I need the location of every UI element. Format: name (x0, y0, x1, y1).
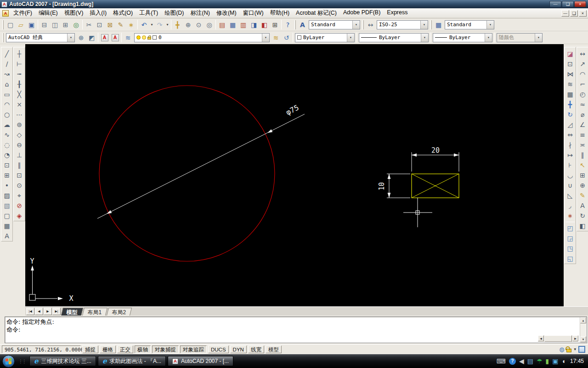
scrollbar-thumb[interactable] (544, 335, 572, 342)
chamfer-button[interactable]: ◺ (565, 190, 575, 201)
mirror-button[interactable]: ⋈ (565, 69, 575, 79)
restore-button[interactable]: ❑ (562, 1, 574, 7)
combo-dropdown-icon[interactable]: ▾ (352, 21, 360, 29)
dim-style-combo[interactable]: ISO-25 ▾ (377, 20, 428, 29)
menu-item-3[interactable]: 视图(V) (61, 8, 87, 18)
multiline-text-button[interactable]: A (2, 231, 12, 241)
paste-button[interactable]: ⊠ (105, 19, 115, 30)
dim-style-button[interactable]: ↔ (365, 19, 376, 30)
mdi-minimize-button[interactable]: — (561, 10, 569, 17)
quickcalc-button[interactable]: ⊞ (270, 19, 280, 30)
tray-keyboard-icon[interactable]: ⌨ (497, 358, 506, 364)
stretch-button[interactable]: ⇔ (565, 130, 575, 140)
communication-center-icon[interactable]: ◍ (559, 346, 564, 352)
snap-to-nearest-button[interactable]: ⌖ (14, 190, 24, 201)
menu-item-9[interactable]: 修改(M) (213, 8, 240, 18)
trim-button[interactable]: ∤ (565, 140, 575, 150)
layer-on-icon[interactable] (136, 35, 141, 40)
snap-to-perpendicular-button[interactable]: ⊥ (14, 150, 24, 160)
menu-item-6[interactable]: 工具(T) (136, 8, 161, 18)
coordinate-display[interactable]: 905.5461, 716.2156, 0.0000 (2, 345, 81, 353)
text-style-combo[interactable]: Standard ▾ (309, 20, 360, 29)
snap-to-insert-button[interactable]: ⊡ (14, 170, 24, 180)
combo-dropdown-icon[interactable]: ▾ (67, 34, 74, 42)
taskbar-task-1[interactable]: e三维网技术论坛 三... (29, 356, 96, 366)
toolbar-grip[interactable] (430, 20, 432, 29)
ellipse-button[interactable]: ◌ (2, 140, 12, 150)
arc-length-dimension-button[interactable]: ◠ (577, 69, 588, 79)
radius-dimension-button[interactable]: ◴ (577, 89, 588, 99)
layer-freeze-icon[interactable] (142, 35, 146, 40)
mdi-close-button[interactable]: × (579, 10, 587, 17)
close-button[interactable]: × (574, 1, 586, 7)
minimize-button[interactable]: — (549, 1, 561, 7)
snap-to-center-button[interactable]: ⊚ (14, 120, 24, 130)
toolbar-grip[interactable] (362, 20, 364, 29)
break-button[interactable]: ◡ (565, 170, 575, 180)
toolbar-grip[interactable] (294, 20, 296, 29)
dimension-update-button[interactable]: ↻ (577, 211, 588, 221)
status-toggle-dyn[interactable]: DYN (230, 345, 247, 353)
move-button[interactable]: ╋ (565, 99, 575, 109)
plot-preview-button[interactable]: ◫ (50, 19, 60, 30)
table-style-button[interactable]: ▦ (433, 19, 444, 30)
redo-button[interactable]: ↷ (154, 19, 165, 30)
quick-dimension-button[interactable]: ≡ (577, 130, 588, 140)
layer-previous-button[interactable]: ↺ (281, 32, 292, 43)
revision-cloud-button[interactable]: ☁ (2, 120, 12, 130)
open-file-button[interactable]: ▱ (16, 19, 26, 30)
table-button[interactable]: ▦ (2, 221, 12, 231)
dimension-text-edit-button[interactable]: A (577, 201, 588, 211)
snap-to-endpoint-button[interactable]: ╼ (14, 69, 24, 79)
status-tray-dropdown-icon[interactable]: ▾ (574, 347, 576, 351)
undo-button[interactable]: ↶ (139, 19, 149, 30)
line-button[interactable]: ╱ (2, 49, 12, 59)
new-file-button[interactable]: ▢ (5, 19, 16, 30)
tab-nav-4-button[interactable]: ▶| (52, 308, 61, 315)
snap-to-quadrant-button[interactable]: ◇ (14, 130, 24, 140)
send-to-back-button[interactable]: ◲ (565, 233, 575, 243)
tray-battery-icon[interactable]: ▮ (546, 358, 549, 364)
copy-object-button[interactable]: ⊡ (565, 59, 575, 69)
cut-button[interactable]: ✂ (84, 19, 94, 30)
plot-button[interactable]: ⊟ (39, 19, 50, 30)
sheet-set-manager-button[interactable]: ◨ (249, 19, 259, 30)
menu-item-4[interactable]: 插入(I) (86, 8, 110, 18)
tab-nav-2-button[interactable]: ◀ (35, 308, 43, 315)
snap-from-button[interactable]: ⊢ (14, 59, 24, 69)
scroll-left-icon[interactable]: ◀ (538, 335, 544, 341)
3d-dwf-button[interactable]: ◎ (71, 19, 81, 30)
layer-lock-icon[interactable] (147, 37, 151, 40)
block-editor-button[interactable]: ∗ (126, 19, 136, 30)
layer-color-swatch[interactable] (153, 35, 157, 40)
point-button[interactable]: • (2, 180, 12, 190)
angular-dimension-button[interactable]: ∠ (577, 120, 588, 130)
bring-above-objects-button[interactable]: ◳ (565, 243, 575, 253)
jogged-dimension-button[interactable]: ≈ (577, 99, 588, 109)
arc-button[interactable]: ◠ (2, 99, 12, 109)
hatch-button[interactable]: ▨ (2, 190, 12, 201)
rotate-button[interactable]: ↻ (565, 109, 575, 120)
lineweight-control-combo[interactable]: ByLayer ▾ (433, 33, 492, 42)
menu-item-2[interactable]: 编辑(E) (35, 8, 61, 18)
redo-dropdown-button[interactable]: ▾ (165, 19, 170, 30)
ordinate-dimension-button[interactable]: ⌐ (577, 79, 588, 89)
snap-to-none-button[interactable]: ⊘ (14, 201, 24, 211)
table-style-combo[interactable]: Standard ▾ (445, 20, 494, 29)
region-button[interactable]: ▢ (2, 211, 12, 221)
snap-to-parallel-button[interactable]: ∥ (14, 160, 24, 170)
make-objects-layer-current-button[interactable]: ≋ (271, 32, 281, 43)
tab-layout2[interactable]: 布局2 (107, 308, 132, 316)
snap-to-midpoint-button[interactable]: ╂ (14, 79, 24, 89)
diameter-dimension-line[interactable] (97, 114, 305, 218)
snap-to-intersection-button[interactable]: ╳ (14, 89, 24, 99)
properties-button[interactable]: ▤ (217, 19, 227, 30)
array-button[interactable]: ▦ (565, 89, 575, 99)
drawing-file-icon[interactable]: A (2, 10, 9, 17)
tray-input-method-icon[interactable]: ▤ (527, 358, 533, 364)
status-toggle-otrack[interactable]: 对象追踪 (180, 345, 207, 353)
tab-nav-1-button[interactable]: |◀ (26, 308, 34, 315)
tolerance-button[interactable]: ⊞ (577, 170, 588, 180)
insert-block-button[interactable]: ⊡ (2, 160, 12, 170)
workspace-settings-button[interactable]: ⊛ (76, 32, 86, 43)
